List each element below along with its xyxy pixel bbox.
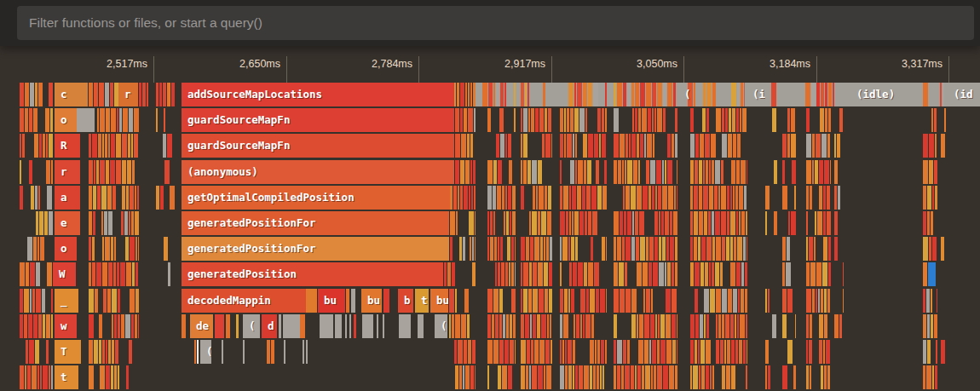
flame-frame[interactable] xyxy=(116,160,121,184)
flame-frame[interactable] xyxy=(637,134,639,158)
flame-frame[interactable] xyxy=(735,186,738,210)
flame-frame[interactable] xyxy=(111,365,113,389)
flame-frame[interactable] xyxy=(806,365,809,389)
flame-frame[interactable] xyxy=(498,262,500,286)
flame-frame[interactable] xyxy=(806,108,810,132)
flame-frame[interactable] xyxy=(447,262,451,286)
flame-frame-[interactable]: ( xyxy=(435,314,447,338)
flame-frame[interactable] xyxy=(38,83,43,106)
flame-frame[interactable] xyxy=(816,289,817,313)
flame-frame[interactable] xyxy=(806,186,809,210)
flame-frame[interactable] xyxy=(590,340,594,364)
flame-frame[interactable] xyxy=(579,365,583,389)
flame-frame[interactable] xyxy=(806,262,810,286)
flame-frame[interactable] xyxy=(493,211,495,235)
flame-frame[interactable] xyxy=(89,83,93,106)
flame-frame[interactable] xyxy=(729,108,731,132)
flame-frame[interactable] xyxy=(104,211,107,235)
flame-frame[interactable] xyxy=(821,365,823,389)
flame-frame[interactable] xyxy=(499,108,504,132)
flame-frame[interactable] xyxy=(585,211,587,235)
flame-frame[interactable] xyxy=(833,83,834,106)
flame-frame[interactable] xyxy=(490,211,493,235)
flame-frame[interactable] xyxy=(487,186,492,210)
flame-frame[interactable] xyxy=(93,211,95,235)
flame-frame[interactable] xyxy=(523,262,528,286)
flame-frame[interactable] xyxy=(534,237,539,261)
flame-frame[interactable] xyxy=(531,340,533,364)
flame-frame[interactable] xyxy=(135,314,137,338)
flame-frame[interactable] xyxy=(690,314,695,338)
flame-frame[interactable] xyxy=(449,314,451,338)
flame-frame[interactable] xyxy=(568,340,572,364)
flame-frame[interactable] xyxy=(625,160,626,184)
flame-frame[interactable] xyxy=(934,314,937,338)
flame-frame[interactable] xyxy=(122,186,125,210)
flame-frame[interactable] xyxy=(513,314,516,338)
flame-frame[interactable] xyxy=(127,160,131,184)
flame-frame[interactable] xyxy=(622,237,625,261)
flame-frame[interactable] xyxy=(659,262,664,286)
flame-frame[interactable] xyxy=(824,314,827,338)
flame-frame[interactable] xyxy=(460,186,463,210)
flame-frame[interactable] xyxy=(733,134,736,158)
flame-frame[interactable] xyxy=(941,134,945,158)
flame-frame[interactable] xyxy=(164,237,168,261)
flame-frame[interactable] xyxy=(107,186,112,210)
flame-frame[interactable] xyxy=(97,186,101,210)
flame-frame[interactable] xyxy=(526,365,528,389)
flame-frame[interactable] xyxy=(156,186,159,210)
flame-frame[interactable] xyxy=(164,160,170,184)
flame-frame[interactable] xyxy=(605,340,607,364)
flame-frame[interactable] xyxy=(418,314,424,338)
flame-frame[interactable] xyxy=(672,340,676,364)
flame-frame[interactable] xyxy=(605,108,607,132)
flame-frame[interactable] xyxy=(709,186,713,210)
flame-frame[interactable] xyxy=(32,289,35,313)
flame-frame[interactable] xyxy=(593,83,598,106)
flame-frame[interactable] xyxy=(117,108,118,132)
flame-frame[interactable] xyxy=(782,134,787,158)
flame-frame[interactable] xyxy=(731,83,736,106)
flame-frame[interactable] xyxy=(644,134,646,158)
flame-frame[interactable] xyxy=(89,340,93,364)
flame-frame[interactable] xyxy=(98,134,101,158)
flame-frame[interactable] xyxy=(28,314,32,338)
flame-frame[interactable] xyxy=(24,289,29,313)
flame-frame[interactable] xyxy=(573,365,574,389)
flame-frame[interactable] xyxy=(700,340,705,364)
flame-frame[interactable] xyxy=(737,314,739,338)
flame-frame[interactable] xyxy=(643,289,645,313)
filter-input[interactable] xyxy=(17,6,974,40)
flame-frame[interactable] xyxy=(536,186,538,210)
flame-frame[interactable] xyxy=(617,83,622,106)
flame-frame[interactable] xyxy=(129,340,132,364)
flame-frame[interactable] xyxy=(114,237,116,261)
flame-frame[interactable] xyxy=(569,211,571,235)
flame-frame[interactable] xyxy=(656,160,661,184)
flame-frame[interactable] xyxy=(562,340,564,364)
flame-frame[interactable] xyxy=(583,134,587,158)
flame-frame[interactable] xyxy=(623,83,626,106)
flame-frame[interactable] xyxy=(496,134,499,158)
flame-frame[interactable] xyxy=(650,314,654,338)
flame-frame-o[interactable]: o xyxy=(55,108,77,132)
flame-frame[interactable] xyxy=(765,186,770,210)
flame-frame[interactable] xyxy=(740,108,741,132)
flame-frame[interactable] xyxy=(105,83,109,106)
flame-frame[interactable] xyxy=(533,262,537,286)
flame-frame[interactable] xyxy=(923,186,926,210)
flame-frame[interactable] xyxy=(828,262,831,286)
flame-frame[interactable] xyxy=(614,365,616,389)
flame-frame[interactable] xyxy=(521,134,522,158)
flame-frame[interactable] xyxy=(646,289,650,313)
flame-frame[interactable] xyxy=(709,160,711,184)
flame-frame[interactable] xyxy=(135,262,138,286)
flame-frame[interactable] xyxy=(126,365,129,389)
flame-frame[interactable] xyxy=(736,160,740,184)
flame-frame[interactable] xyxy=(46,160,50,184)
flame-frame[interactable] xyxy=(586,186,591,210)
flame-frame[interactable] xyxy=(362,314,373,338)
flame-frame[interactable] xyxy=(506,314,509,338)
flame-frame[interactable] xyxy=(167,83,170,106)
